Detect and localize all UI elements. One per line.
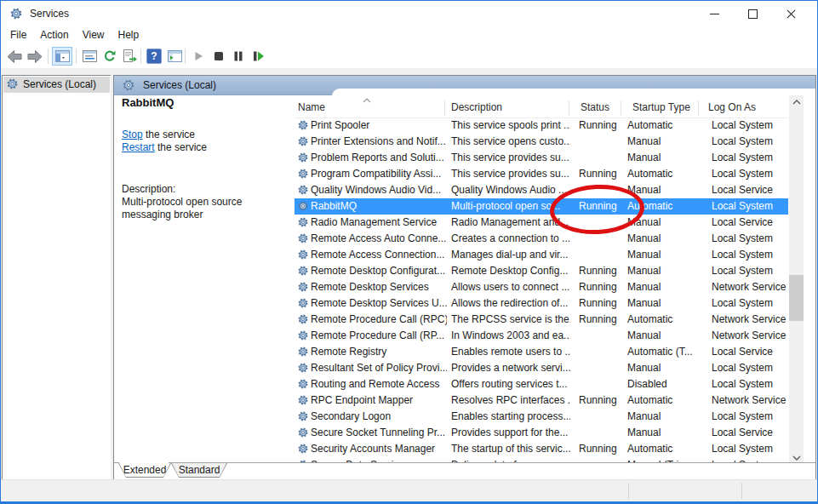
console-tree-icon [55, 50, 70, 62]
properties-button[interactable] [79, 47, 100, 66]
start-service-button[interactable] [188, 47, 209, 66]
service-name-cell: Problem Reports and Soluti... [311, 150, 447, 166]
scrollbar-thumb[interactable] [789, 275, 804, 321]
minimize-button[interactable] [695, 1, 734, 26]
column-header-log-on-as[interactable]: Log On As [708, 98, 756, 117]
column-header-status[interactable]: Status [581, 98, 609, 117]
service-log-on-as-cell: Local System [712, 198, 788, 215]
toolbar: ? [1, 45, 817, 69]
maximize-icon [748, 9, 758, 19]
restart-service-button[interactable] [248, 47, 268, 66]
service-name-cell: Secondary Logon [311, 409, 447, 425]
maximize-button[interactable] [734, 1, 772, 26]
show-console-tree-button[interactable] [52, 47, 72, 66]
service-name-cell: RPC Endpoint Mapper [311, 392, 447, 409]
gear-icon [297, 119, 309, 131]
results-pane-title: Services (Local) [143, 76, 216, 94]
service-name-cell: Remote Access Auto Conne... [311, 231, 447, 247]
service-name-cell: Remote Procedure Call (RPC) [311, 312, 447, 328]
service-row[interactable]: Remote Desktop Services U...Allows the r… [295, 295, 788, 312]
service-log-on-as-cell: Local System [712, 134, 788, 150]
minimize-icon [710, 14, 719, 14]
service-description-cell: Provides support for the... [451, 425, 570, 441]
service-name-cell: Printer Extensions and Notif... [311, 134, 447, 150]
service-log-on-as-cell: Local System [712, 231, 788, 247]
list-vertical-scrollbar[interactable] [789, 95, 804, 465]
service-row[interactable]: Remote Desktop Configurat...Remote Deskt… [295, 263, 788, 279]
service-log-on-as-cell: Network Service [712, 312, 788, 328]
restart-icon [252, 50, 265, 62]
service-row-selected[interactable]: RabbitMQMulti-protocol open so...Running… [295, 198, 788, 215]
service-startup-type-cell: Disabled [627, 376, 706, 392]
service-status-cell: Running [579, 198, 626, 215]
service-row[interactable]: Remote Procedure Call (RP...In Windows 2… [295, 328, 788, 344]
sort-ascending-icon [363, 98, 371, 103]
forward-button[interactable] [25, 47, 45, 66]
gear-icon [6, 77, 19, 90]
service-row[interactable]: Quality Windows Audio Vid...Quality Wind… [295, 182, 788, 198]
titlebar: Services [1, 1, 817, 26]
tab-extended[interactable]: Extended [118, 463, 171, 478]
service-startup-type-cell: Manual [627, 247, 706, 263]
column-header-name[interactable]: Name [298, 98, 325, 117]
console-tree-panel: Services (Local) [2, 75, 112, 480]
service-row[interactable]: Remote Access Auto Conne...Creates a con… [295, 231, 788, 247]
service-log-on-as-cell: Local System [712, 117, 788, 134]
service-row[interactable]: Routing and Remote AccessOffers routing … [295, 376, 788, 392]
gear-icon [297, 329, 309, 341]
service-row[interactable]: Remote RegistryEnables remote users to .… [295, 344, 788, 360]
export-list-button[interactable] [120, 47, 140, 66]
service-log-on-as-cell: Network Service [712, 279, 788, 295]
service-description-cell: Remote Desktop Config... [451, 263, 570, 279]
scroll-up-button[interactable] [789, 95, 804, 109]
service-description-cell: Enables remote users to ... [451, 344, 570, 360]
gear-icon [297, 313, 309, 325]
stop-service-link[interactable]: Stop [122, 129, 143, 140]
gear-icon [297, 168, 309, 180]
restart-service-line: Restart the service [122, 141, 207, 153]
show-action-pane-button[interactable] [164, 47, 185, 66]
column-header-description[interactable]: Description [451, 98, 502, 117]
service-description-cell: The RPCSS service is the... [451, 312, 570, 328]
service-row[interactable]: Program Compatibility Assi...This servic… [295, 166, 788, 182]
pause-service-button[interactable] [228, 47, 249, 66]
service-log-on-as-cell: Network Service [712, 392, 788, 409]
service-row[interactable]: Remote Desktop ServicesAllows users to c… [295, 279, 788, 295]
gear-icon [297, 378, 309, 390]
help-button[interactable]: ? [144, 47, 164, 66]
menu-view[interactable]: View [76, 26, 112, 41]
service-log-on-as-cell: Local System [712, 263, 788, 279]
back-arrow-icon [6, 49, 23, 64]
gear-icon [297, 297, 309, 309]
menu-action[interactable]: Action [33, 26, 75, 41]
menu-file[interactable]: File [3, 26, 33, 41]
service-row[interactable]: Security Accounts ManagerThe startup of … [295, 441, 788, 457]
service-row[interactable]: Secure Socket Tunneling Pr...Provides su… [295, 425, 788, 441]
service-row[interactable]: Radio Management ServiceRadio Management… [295, 215, 788, 231]
service-startup-type-cell: Manual [627, 231, 706, 247]
tree-item-services-local[interactable]: Services (Local) [3, 77, 110, 93]
menu-help[interactable]: Help [112, 26, 146, 41]
service-description-cell: Offers routing services t... [451, 376, 570, 392]
stop-service-button[interactable] [209, 47, 229, 66]
column-header-startup-type[interactable]: Startup Type [632, 98, 690, 117]
service-status-cell: Running [579, 263, 626, 279]
service-row[interactable]: Remote Procedure Call (RPC)The RPCSS ser… [295, 312, 788, 328]
tab-standard[interactable]: Standard [171, 463, 227, 478]
service-row[interactable]: RPC Endpoint MapperResolves RPC interfac… [295, 392, 788, 409]
service-row[interactable]: Problem Reports and Soluti...This servic… [295, 150, 788, 166]
refresh-button[interactable] [100, 47, 120, 66]
service-status-cell: Running [579, 392, 626, 409]
view-tab-strip: ExtendedStandard [114, 462, 815, 479]
properties-icon [83, 50, 97, 62]
export-list-icon [123, 49, 138, 63]
service-row[interactable]: Resultant Set of Policy Provi...Provides… [295, 360, 788, 376]
close-button[interactable] [772, 1, 810, 26]
restart-service-link[interactable]: Restart [122, 141, 155, 153]
service-row[interactable]: Secondary LogonEnables starting process.… [295, 409, 788, 425]
back-button[interactable] [4, 47, 25, 66]
service-description-cell: This service spools print ... [451, 117, 570, 134]
service-row[interactable]: Printer Extensions and Notif...This serv… [295, 134, 788, 150]
service-row[interactable]: Print SpoolerThis service spools print .… [295, 117, 788, 134]
service-row[interactable]: Remote Access Connection...Manages dial-… [295, 247, 788, 263]
